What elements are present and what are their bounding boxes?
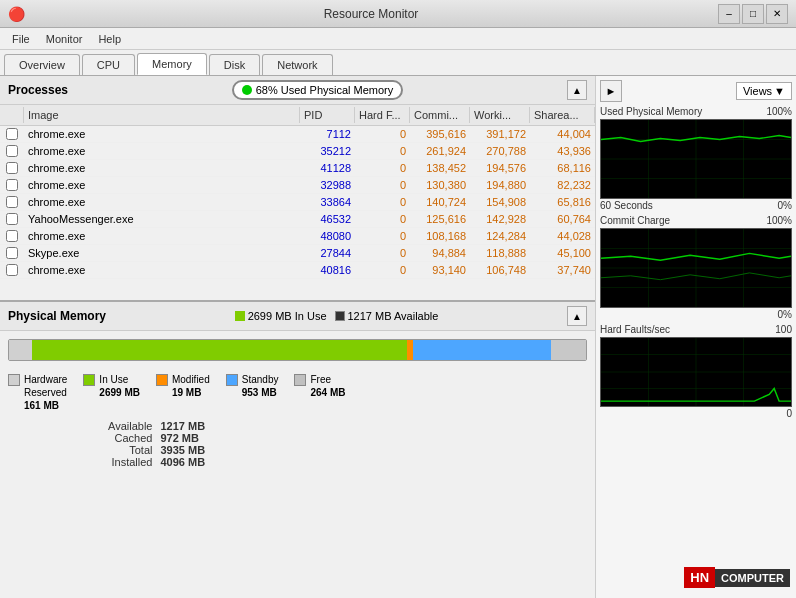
window-controls: – □ ✕ — [718, 4, 788, 24]
table-row[interactable]: chrome.exe 7112 0 395,616 391,172 44,004 — [0, 126, 595, 143]
row-checkbox[interactable] — [6, 264, 18, 276]
hw-reserved-segment — [9, 340, 32, 360]
menu-file[interactable]: File — [4, 31, 38, 47]
col-hardf[interactable]: Hard F... — [355, 107, 410, 123]
col-commit[interactable]: Commi... — [410, 107, 470, 123]
tab-overview[interactable]: Overview — [4, 54, 80, 75]
chart-title-2: Commit Charge — [600, 215, 670, 226]
minimize-button[interactable]: – — [718, 4, 740, 24]
nav-prev-btn[interactable]: ► — [600, 80, 622, 102]
process-image: chrome.exe — [24, 177, 300, 193]
row-checkbox[interactable] — [6, 179, 18, 191]
close-button[interactable]: ✕ — [766, 4, 788, 24]
process-working: 118,888 — [470, 245, 530, 261]
chart-bottom-right-3: 0 — [786, 408, 792, 419]
process-image: YahooMessenger.exe — [24, 211, 300, 227]
maximize-button[interactable]: □ — [742, 4, 764, 24]
legend-in-use: In Use2699 MB — [83, 373, 140, 412]
process-commit: 261,924 — [410, 143, 470, 159]
table-row[interactable]: chrome.exe 48080 0 108,168 124,284 44,02… — [0, 228, 595, 245]
process-commit: 94,884 — [410, 245, 470, 261]
row-checkbox[interactable] — [6, 145, 18, 157]
table-row[interactable]: chrome.exe 35212 0 261,924 270,788 43,93… — [0, 143, 595, 160]
available-badge: 1217 MB Available — [348, 310, 439, 322]
row-checkbox[interactable] — [6, 247, 18, 259]
hn-logo: HN COMPUTER — [684, 567, 790, 588]
table-row[interactable]: chrome.exe 40816 0 93,140 106,748 37,740 — [0, 262, 595, 279]
physical-memory-header: Physical Memory 2699 MB In Use 1217 MB A… — [0, 302, 595, 331]
process-working: 194,576 — [470, 160, 530, 176]
row-checkbox[interactable] — [6, 213, 18, 225]
processes-header: Processes 68% Used Physical Memory ▲ — [0, 76, 595, 105]
table-row[interactable]: Skype.exe 27844 0 94,884 118,888 45,100 — [0, 245, 595, 262]
table-row[interactable]: chrome.exe 32988 0 130,380 194,880 82,23… — [0, 177, 595, 194]
process-working: 391,172 — [470, 126, 530, 142]
table-row[interactable]: chrome.exe 41128 0 138,452 194,576 68,11… — [0, 160, 595, 177]
process-hardf: 0 — [355, 126, 410, 142]
process-hardf: 0 — [355, 160, 410, 176]
process-hardf: 0 — [355, 143, 410, 159]
views-dropdown[interactable]: Views ▼ — [736, 82, 792, 100]
process-pid: 41128 — [300, 160, 355, 176]
process-shared: 43,936 — [530, 143, 595, 159]
process-shared: 82,232 — [530, 177, 595, 193]
dropdown-arrow: ▼ — [774, 85, 785, 97]
col-working[interactable]: Worki... — [470, 107, 530, 123]
processes-collapse-btn[interactable]: ▲ — [567, 80, 587, 100]
tab-memory[interactable]: Memory — [137, 53, 207, 75]
badge-text: 68% Used Physical Memory — [256, 84, 394, 96]
chart-bottom-right-2: 0% — [778, 309, 792, 320]
col-shared[interactable]: Sharea... — [530, 107, 595, 123]
process-shared: 44,004 — [530, 126, 595, 142]
chart-top-val-3: 100 — [775, 324, 792, 335]
physical-collapse-btn[interactable]: ▲ — [567, 306, 587, 326]
processes-badge: 68% Used Physical Memory — [232, 80, 404, 100]
table-row[interactable]: chrome.exe 33864 0 140,724 154,908 65,81… — [0, 194, 595, 211]
stat-value-cached: 972 MB — [160, 432, 205, 444]
row-checkbox[interactable] — [6, 162, 18, 174]
chart-used-memory: Used Physical Memory 100% 60 Seconds — [600, 106, 792, 211]
process-working: 142,928 — [470, 211, 530, 227]
chart-commit-charge: Commit Charge 100% 0% — [600, 215, 792, 320]
stat-label-total: Total — [108, 444, 152, 456]
memory-bar — [8, 339, 587, 361]
process-image: chrome.exe — [24, 126, 300, 142]
col-pid[interactable]: PID — [300, 107, 355, 123]
tab-network[interactable]: Network — [262, 54, 332, 75]
chart-title-3: Hard Faults/sec — [600, 324, 670, 335]
chart-top-val-2: 100% — [766, 215, 792, 226]
chart-title-1: Used Physical Memory — [600, 106, 702, 117]
process-hardf: 0 — [355, 211, 410, 227]
free-segment — [551, 340, 586, 360]
process-commit: 138,452 — [410, 160, 470, 176]
tab-disk[interactable]: Disk — [209, 54, 260, 75]
row-checkbox[interactable] — [6, 230, 18, 242]
process-shared: 45,100 — [530, 245, 595, 261]
process-commit: 395,616 — [410, 126, 470, 142]
row-checkbox[interactable] — [6, 128, 18, 140]
process-shared: 65,816 — [530, 194, 595, 210]
process-shared: 68,116 — [530, 160, 595, 176]
physical-memory-section: Physical Memory 2699 MB In Use 1217 MB A… — [0, 300, 595, 476]
process-working: 194,880 — [470, 177, 530, 193]
tab-cpu[interactable]: CPU — [82, 54, 135, 75]
legend-modified: Modified19 MB — [156, 373, 210, 412]
col-image[interactable]: Image — [24, 107, 300, 123]
process-pid: 32988 — [300, 177, 355, 193]
badge-green-dot — [242, 85, 252, 95]
physical-memory-title: Physical Memory — [8, 309, 106, 323]
legend-hw-reserved: HardwareReserved161 MB — [8, 373, 67, 412]
right-panel: ► Views ▼ Used Physical Memory 100% — [596, 76, 796, 598]
table-row[interactable]: YahooMessenger.exe 46532 0 125,616 142,9… — [0, 211, 595, 228]
process-working: 106,748 — [470, 262, 530, 278]
process-pid: 27844 — [300, 245, 355, 261]
menu-monitor[interactable]: Monitor — [38, 31, 91, 47]
process-commit: 140,724 — [410, 194, 470, 210]
stat-label-cached: Cached — [108, 432, 152, 444]
title-bar: 🔴 Resource Monitor – □ ✕ — [0, 0, 796, 28]
row-checkbox[interactable] — [6, 196, 18, 208]
menu-help[interactable]: Help — [90, 31, 129, 47]
legend-standby: Standby953 MB — [226, 373, 279, 412]
chart-top-val-1: 100% — [766, 106, 792, 117]
process-pid: 46532 — [300, 211, 355, 227]
